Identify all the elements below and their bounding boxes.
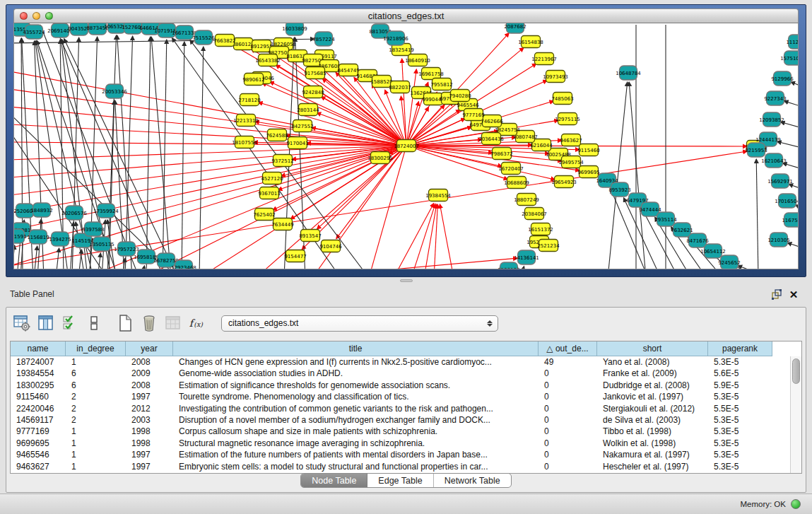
- graph-node[interactable]: 9129966: [771, 71, 794, 86]
- network-canvas[interactable]: 1872400718300295886012389129551822605898…: [13, 23, 799, 269]
- graph-node[interactable]: 10973493: [543, 71, 568, 83]
- table-row[interactable]: 911546021997Tourette syndrome. Phenomeno…: [11, 391, 789, 402]
- graph-node[interactable]: 20364436: [478, 133, 504, 145]
- graph-node[interactable]: 16720407: [498, 163, 524, 175]
- graph-node[interactable]: 1394275: [49, 232, 71, 246]
- graph-node[interactable]: 7515526: [192, 30, 215, 45]
- graph-node[interactable]: 9242848: [302, 86, 324, 98]
- graph-node[interactable]: 9154477: [284, 250, 306, 262]
- graph-node[interactable]: 18640910: [405, 54, 430, 66]
- graph-node[interactable]: 7663822: [213, 35, 235, 47]
- table-row[interactable]: 1938455462009Genome-wide association stu…: [11, 368, 789, 379]
- table-row[interactable]: 1830029562008Estimation of significance …: [11, 380, 789, 391]
- graph-node[interactable]: 16543382: [255, 54, 281, 66]
- graph-node[interactable]: 8427552: [291, 120, 313, 132]
- graph-node[interactable]: 9372512: [271, 155, 293, 167]
- graph-node[interactable]: 16154838: [518, 36, 543, 48]
- table-row[interactable]: 1872400712008Changes of HCN gene express…: [11, 356, 789, 368]
- graph-node[interactable]: 8913547: [299, 230, 321, 242]
- graph-node[interactable]: 15692971: [767, 174, 793, 188]
- graph-node[interactable]: 16210643: [761, 153, 787, 168]
- graph-node[interactable]: 1210305: [767, 233, 789, 247]
- graph-node[interactable]: 7940280: [449, 90, 471, 102]
- delete-column-button[interactable]: [139, 313, 159, 333]
- graph-node[interactable]: 4355724: [23, 25, 45, 39]
- column-header-pagerank[interactable]: pagerank: [708, 341, 772, 356]
- graph-node[interactable]: 12213967: [531, 53, 557, 65]
- column-header-name[interactable]: name: [11, 341, 66, 356]
- table-selector-dropdown[interactable]: citations_edges.txt: [221, 315, 498, 332]
- function-builder-button[interactable]: f (x): [187, 313, 207, 333]
- graph-node[interactable]: 17016504: [775, 194, 799, 208]
- graph-node[interactable]: 16033809: [282, 23, 307, 35]
- graph-node[interactable]: 18300295: [367, 152, 393, 164]
- table-mode-button[interactable]: [12, 313, 32, 333]
- graph-node[interactable]: 12975115: [555, 113, 580, 125]
- column-header-year[interactable]: year: [126, 341, 173, 356]
- graph-node[interactable]: 18807249: [514, 194, 539, 206]
- graph-node[interactable]: 9463627: [560, 134, 582, 146]
- graph-node[interactable]: 8822037: [389, 81, 411, 93]
- column-header-short[interactable]: short: [597, 341, 708, 356]
- graph-node[interactable]: 9170041: [286, 137, 308, 149]
- network-window-titlebar[interactable]: citations_edges.txt: [13, 8, 799, 23]
- graph-node[interactable]: 9699695: [577, 166, 599, 178]
- scrollbar-thumb[interactable]: [792, 358, 800, 384]
- tab-edge-table[interactable]: Edge Table: [367, 474, 433, 487]
- graph-node[interactable]: 9367013: [258, 187, 280, 199]
- graph-node[interactable]: 14136141: [514, 250, 539, 264]
- graph-node[interactable]: 9115460: [577, 144, 599, 156]
- graph-node[interactable]: 7955812: [430, 78, 452, 90]
- table-row[interactable]: 1456911722003Disruption of a novel membe…: [11, 414, 789, 426]
- graph-node[interactable]: 10688609: [504, 177, 529, 189]
- select-columns-button[interactable]: [60, 313, 80, 333]
- graph-node[interactable]: 2521234: [537, 240, 560, 252]
- graph-node[interactable]: 16151372: [528, 223, 553, 235]
- graph-node[interactable]: 18724007: [394, 140, 419, 152]
- graph-node[interactable]: 7986372: [490, 148, 512, 160]
- float-panel-button[interactable]: [768, 287, 785, 301]
- row-height-button[interactable]: [84, 313, 104, 333]
- close-panel-button[interactable]: ✕: [785, 287, 802, 301]
- new-column-button[interactable]: [115, 313, 135, 333]
- graph-node[interactable]: 12213319: [233, 115, 259, 127]
- table-row[interactable]: 2242004622012Investigating the contribut…: [11, 403, 789, 414]
- graph-node[interactable]: 19654923: [551, 176, 577, 188]
- graph-node[interactable]: 9245652: [718, 255, 740, 269]
- split-grip[interactable]: [400, 279, 413, 282]
- table-vertical-scrollbar[interactable]: [790, 356, 801, 473]
- graph-node[interactable]: 9520123: [498, 262, 519, 269]
- graph-node[interactable]: 9397588: [82, 222, 104, 236]
- graph-node[interactable]: 15751074: [780, 51, 799, 65]
- graph-node[interactable]: 7485063: [551, 93, 573, 105]
- column-header-title[interactable]: title: [173, 341, 539, 356]
- table-row[interactable]: 969969511998Structural magnetic resonanc…: [11, 438, 789, 449]
- network-view-window[interactable]: citations_edges.txt 18724007183002958860…: [6, 4, 806, 277]
- graph-node[interactable]: 4527120: [261, 173, 283, 185]
- show-columns-button[interactable]: [36, 313, 56, 333]
- graph-node[interactable]: 9890612: [242, 74, 264, 86]
- table-row[interactable]: 946362711997Embryonic stem cells: a mode…: [11, 461, 789, 472]
- graph-node[interactable]: 1167533: [782, 213, 799, 227]
- graph-node[interactable]: 10648784: [616, 66, 641, 80]
- graph-node[interactable]: 2718120: [238, 94, 260, 106]
- memory-ok-indicator[interactable]: [791, 499, 801, 509]
- graph-node[interactable]: 8953923: [608, 182, 630, 197]
- graph-node[interactable]: 18107554: [232, 136, 257, 148]
- import-table-button[interactable]: [163, 313, 183, 333]
- column-header-out_de[interactable]: △ out_de...: [539, 341, 597, 356]
- graph-node[interactable]: 7634449: [271, 218, 293, 230]
- graph-node[interactable]: 8215953: [745, 143, 767, 157]
- graph-node[interactable]: 2803144: [297, 104, 319, 116]
- graph-node[interactable]: 7857224: [312, 32, 335, 46]
- graph-node[interactable]: 1112843: [786, 35, 799, 49]
- graph-node[interactable]: 20384067: [522, 208, 547, 220]
- graph-node[interactable]: 9104746: [319, 240, 342, 252]
- graph-node[interactable]: 1848932: [30, 203, 52, 217]
- graph-node[interactable]: 2087682: [504, 23, 526, 33]
- graph-node[interactable]: 20206576: [61, 206, 87, 220]
- graph-node[interactable]: 19384554: [425, 189, 451, 201]
- graph-node[interactable]: 20053346: [102, 84, 127, 98]
- table-row[interactable]: 977716911998Corpus callosum shape and si…: [11, 426, 789, 437]
- graph-node[interactable]: 7624588: [266, 129, 288, 141]
